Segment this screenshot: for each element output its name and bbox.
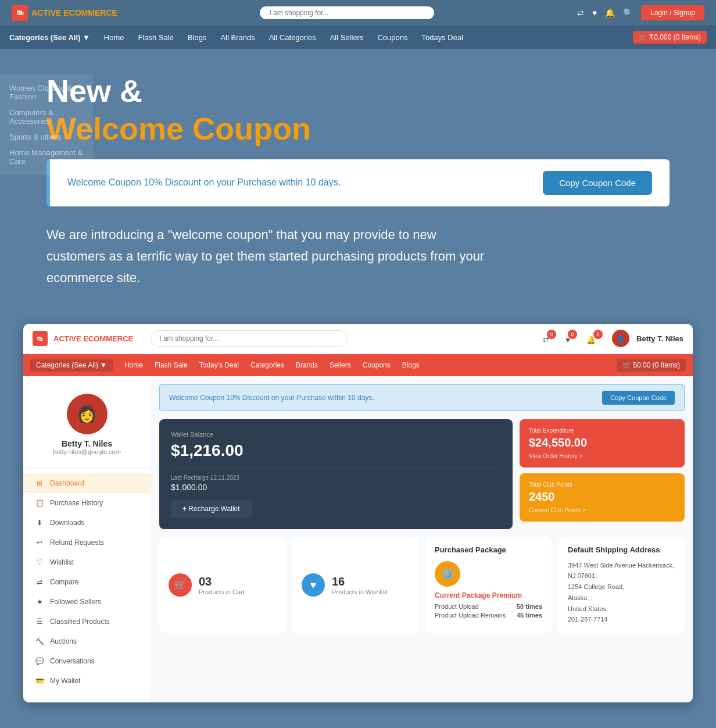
sidebar-item-downloads[interactable]: ⬇ Downloads (23, 513, 151, 533)
sidebar-user-email: betty.niles@google.com (33, 448, 141, 455)
inner-coupon-text: Welcome Coupon 10% Discount on your Purc… (169, 394, 374, 402)
inner-search-input[interactable] (151, 330, 348, 347)
inner-nav-todays-deal[interactable]: Today's Deal (199, 361, 239, 369)
bg-sidebar-item: Women Clothing & Fashion (9, 80, 84, 105)
wishlist-icon[interactable]: ♥ (592, 8, 597, 17)
wishlist-stat-icon: ♥ (302, 573, 325, 597)
inner-content: 👩 Betty T. Niles betty.niles@google.com … (23, 376, 693, 702)
inner-nav-brands[interactable]: Brands (296, 361, 318, 369)
categories-dropdown[interactable]: Categories (See All) ▼ (9, 33, 90, 42)
logo-icon: 🛍 (12, 5, 28, 21)
sidebar-dashboard-label: Dashboard (50, 479, 84, 487)
cart-badge[interactable]: 🛒 ₹0,000 (0 Items) (633, 31, 707, 44)
nav-all-brands[interactable]: All Brands (220, 33, 255, 42)
nav-blogs[interactable]: Blogs (188, 33, 207, 42)
club-points-label: Total Club Points (529, 481, 675, 488)
view-order-history-link[interactable]: View Order History > (529, 453, 675, 459)
inner-nav-icons: ⇄0 ♥0 🔔0 👤 Betty T. Niles (543, 330, 683, 347)
wishlist-badge: 0 (568, 330, 577, 339)
compare-sidebar-icon: ⇄ (35, 577, 44, 587)
recharge-wallet-button[interactable]: + Recharge Wallet (171, 500, 252, 518)
outer-topbar: 🛍 ACTIVE ECOMMERCE ⇄ ♥ 🔔 🔍 Login / Signu… (0, 0, 716, 26)
package-icon: ⚙️ (435, 561, 460, 587)
package-row-upload: Product Upload 50 times (435, 603, 542, 610)
inner-topbar: 🛍 ACTIVE ECOMMERCE ⇄0 ♥0 🔔0 👤 Betty T. N… (23, 324, 693, 354)
sidebar-item-dashboard[interactable]: ⊞ Dashboard (23, 473, 151, 493)
sidebar-wishlist-label: Wishlist (50, 558, 74, 566)
outer-nav-icons: ⇄ ♥ 🔔 🔍 Login / Signup (577, 5, 704, 20)
search-icon[interactable]: 🔍 (623, 8, 633, 17)
outer-search-input[interactable] (260, 6, 434, 19)
wallet-balance: $1,216.00 (171, 441, 501, 460)
sidebar-item-my-wallet[interactable]: 💳 My Wallet (23, 671, 151, 691)
inner-nav-flash-sale[interactable]: Flash Sale (155, 361, 188, 369)
compare-badge: 0 (547, 330, 556, 339)
shipping-address-text: 3947 West Side Avenue Hackensack, NJ 076… (568, 560, 675, 625)
cart-stat-icon: 🛒 (169, 573, 192, 597)
product-upload-remains-label: Product Upload Remains (435, 612, 506, 619)
sidebar-item-conversations[interactable]: 💬 Conversations (23, 651, 151, 671)
wallet-sidebar-icon: 💳 (35, 676, 44, 686)
dashboard-bottom-row: 🛒 03 Products in Cart ♥ 16 Products in W… (159, 537, 685, 633)
wishlist-stat-info: 16 Products in Wishlist (332, 575, 388, 595)
inner-nav-sellers[interactable]: Sellers (330, 361, 351, 369)
logo-text: ACTIVE ECOMMERCE (31, 8, 117, 17)
stats-column: Total Expenditure $24,550.00 View Order … (520, 419, 685, 529)
inner-logo-text: ACTIVE ECOMMERCE (53, 334, 133, 343)
inner-screenshot-panel: 🛍 ACTIVE ECOMMERCE ⇄0 ♥0 🔔0 👤 Betty T. N… (23, 324, 693, 702)
sidebar-conversations-label: Conversations (50, 657, 95, 665)
nav-todays-deal[interactable]: Todays Deal (421, 33, 463, 42)
auctions-icon: 🔨 (35, 637, 44, 646)
refund-icon: ↩ (35, 538, 44, 547)
inner-logo-icon: 🛍 (33, 331, 48, 346)
bg-sidebar: Women Clothing & Fashion Computers & Acc… (0, 74, 93, 175)
sidebar-downloads-label: Downloads (50, 519, 84, 527)
sidebar-item-classified-products[interactable]: ☰ Classified Products (23, 612, 151, 631)
nav-all-categories[interactable]: All Categories (269, 33, 316, 42)
sidebar-item-auctions[interactable]: 🔨 Auctions (23, 631, 151, 651)
nav-home[interactable]: Home (104, 33, 124, 42)
nav-coupons[interactable]: Coupons (377, 33, 407, 42)
hero-section: Women Clothing & Fashion Computers & Acc… (0, 49, 716, 324)
inner-copy-coupon-button[interactable]: Copy Coupon Code (602, 391, 675, 405)
product-upload-remains-value: 45 times (517, 612, 542, 619)
convert-club-points-link[interactable]: Convert Club Points > (529, 507, 675, 513)
coupon-banner: Welcome Coupon 10% Discount on your Purc… (46, 159, 670, 206)
inner-wishlist-icon[interactable]: ♥0 (565, 333, 579, 344)
outer-logo[interactable]: 🛍 ACTIVE ECOMMERCE (12, 5, 117, 21)
expenditure-label: Total Expenditure (529, 427, 675, 434)
wallet-label: Wallet Balance (171, 431, 501, 438)
sidebar-item-wishlist[interactable]: ♡ Wishlist (23, 552, 151, 572)
inner-categories-dropdown[interactable]: Categories (See All) ▼ (30, 359, 113, 372)
sidebar-user-name: Betty T. Niles (33, 439, 141, 448)
inner-compare-icon[interactable]: ⇄0 (543, 333, 559, 344)
inner-sidebar: 👩 Betty T. Niles betty.niles@google.com … (23, 376, 151, 702)
inner-notification-icon[interactable]: 🔔0 (586, 333, 605, 344)
sidebar-wallet-label: My Wallet (50, 677, 80, 685)
sidebar-user-profile: 👩 Betty T. Niles betty.niles@google.com (23, 388, 151, 468)
sidebar-auctions-label: Auctions (50, 637, 77, 645)
inner-nav-coupons[interactable]: Coupons (363, 361, 391, 369)
total-club-points-card: Total Club Points 2450 Convert Club Poin… (520, 473, 685, 522)
package-row-upload-remains: Product Upload Remains 45 times (435, 612, 542, 619)
inner-nav-home[interactable]: Home (124, 361, 143, 369)
nav-flash-sale[interactable]: Flash Sale (138, 33, 174, 42)
notification-icon[interactable]: 🔔 (605, 8, 615, 17)
inner-nav-categories[interactable]: Categories (250, 361, 284, 369)
sidebar-avatar: 👩 (67, 394, 108, 434)
sidebar-item-refund-requests[interactable]: ↩ Refund Requests (23, 533, 151, 552)
inner-cart-button[interactable]: 🛒 $0.00 (0 Items) (617, 359, 686, 372)
club-points-value: 2450 (529, 490, 675, 504)
sidebar-item-purchase-history[interactable]: 📋 Purchase History (23, 493, 151, 513)
sidebar-classified-label: Classified Products (50, 618, 110, 626)
inner-nav-blogs[interactable]: Blogs (402, 361, 420, 369)
compare-icon[interactable]: ⇄ (577, 8, 584, 17)
cart-stat-value: 03 (199, 575, 245, 588)
login-button[interactable]: Login / Signup (641, 5, 704, 20)
nav-all-sellers[interactable]: All Sellers (330, 33, 364, 42)
sidebar-item-followed-sellers[interactable]: ★ Followed Sellers (23, 592, 151, 612)
wallet-recharge-amount: $1,000.00 (171, 483, 501, 492)
sidebar-item-compare[interactable]: ⇄ Compare (23, 572, 151, 592)
copy-coupon-button[interactable]: Copy Coupon Code (543, 171, 652, 195)
wallet-recharge-label: Last Recharge 12.11.2023 (171, 474, 501, 481)
